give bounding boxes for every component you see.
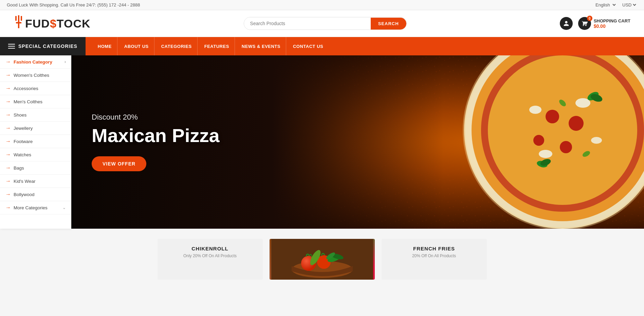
nav-links: HOME ABOUT US CATEGORIES FEATURES NEWS &…	[86, 37, 335, 55]
arrow-icon: →	[5, 165, 11, 171]
arrow-icon: →	[5, 205, 11, 211]
sidebar-label-bags: Bags	[14, 165, 66, 171]
hero-content: Discount 20% Maxican Pizza VIEW OFFER	[71, 113, 240, 171]
header: FUD$TOCK SEARCH 0 SHOPPING CART $0.00	[0, 10, 644, 37]
person-icon	[563, 20, 569, 27]
currency-select[interactable]: USD EUR GBP	[621, 2, 637, 8]
nav-item-news[interactable]: NEWS & EVENTS	[236, 37, 286, 55]
cart-circle: 0	[578, 17, 591, 30]
sidebar-label-watches: Watches	[14, 152, 66, 157]
sidebar-item-bollywood[interactable]: → Bollywood	[0, 188, 71, 201]
arrow-icon: →	[5, 99, 11, 105]
chikenroll-subtitle: Only 20% Off On All Products	[164, 253, 256, 258]
cart-amount: $0.00	[594, 23, 630, 29]
top-bar-message: Good Luck With Shopping. Call Us Free 24…	[7, 2, 140, 7]
bottom-section: CHIKENROLL Only 20% Off On All Products	[0, 229, 644, 290]
special-categories-button[interactable]: SPECIAL CATEGORIES	[0, 37, 86, 55]
cart-text: SHOPPING CART $0.00	[594, 18, 630, 29]
arrow-icon: →	[5, 152, 11, 158]
nav-item-contact[interactable]: CONTACT US	[288, 37, 329, 55]
nav-link-features[interactable]: FEATURES	[199, 37, 235, 55]
nav-bar: SPECIAL CATEGORIES HOME ABOUT US CATEGOR…	[0, 37, 644, 55]
search-bar: SEARCH	[244, 17, 407, 30]
sidebar-label-jewellery: Jewellery	[14, 126, 66, 131]
sidebar-label-bollywood: Bollywood	[14, 192, 66, 197]
nav-link-home[interactable]: HOME	[92, 37, 117, 55]
sidebar-item-watches[interactable]: → Watches	[0, 148, 71, 161]
sidebar-item-footware[interactable]: → Footware	[0, 135, 71, 148]
frenchfries-subtitle: 20% Off On All Products	[388, 253, 480, 258]
header-icons: 0 SHOPPING CART $0.00	[560, 17, 630, 30]
svg-rect-0	[18, 15, 19, 22]
arrow-icon: →	[5, 138, 11, 144]
logo-text: FUD$TOCK	[25, 17, 91, 30]
sidebar-item-jewellery[interactable]: → Jewellery	[0, 122, 71, 135]
language-select[interactable]: English French Spanish	[594, 2, 617, 8]
sidebar-item-shoes[interactable]: → Shoes	[0, 108, 71, 122]
chikenroll-title: CHIKENROLL	[164, 246, 256, 251]
cart-icon	[582, 20, 588, 27]
nav-link-contact[interactable]: CONTACT US	[288, 37, 329, 55]
view-offer-button[interactable]: VIEW OFFER	[92, 156, 146, 171]
sidebar-item-womens[interactable]: → Women's Colthes	[0, 69, 71, 82]
sidebar-label-accessories: Accessories	[14, 86, 66, 91]
special-categories-label: SPECIAL CATEGORIES	[18, 43, 77, 49]
sidebar-label-womens: Women's Colthes	[14, 73, 66, 78]
svg-rect-2	[18, 23, 19, 28]
nav-link-categories[interactable]: CATEGORIES	[156, 37, 198, 55]
veggie-illustration	[271, 239, 373, 280]
top-bar-right: English French Spanish USD EUR GBP	[594, 2, 637, 8]
user-account-icon[interactable]	[560, 17, 573, 30]
arrow-icon: →	[5, 72, 11, 78]
nav-link-news[interactable]: NEWS & EVENTS	[236, 37, 286, 55]
top-bar: Good Luck With Shopping. Call Us Free 24…	[0, 0, 644, 10]
sidebar-label-shoes: Shoes	[14, 112, 66, 118]
arrow-icon: →	[5, 112, 11, 118]
cart-icon-wrap[interactable]: 0 SHOPPING CART $0.00	[578, 17, 630, 30]
sidebar-menu: → Fashion Category › → Women's Colthes →…	[0, 55, 71, 214]
arrow-icon: →	[5, 125, 11, 131]
sidebar-label-more: More Categories	[14, 205, 62, 210]
sidebar-dropdown: → Fashion Category › → Women's Colthes →…	[0, 55, 71, 229]
sidebar-item-kidswear[interactable]: → Kid's Wear	[0, 175, 71, 188]
arrow-icon: →	[5, 59, 11, 65]
sidebar-item-more[interactable]: → More Categories ⌄	[0, 201, 71, 214]
chevron-right-icon: ›	[65, 59, 66, 64]
chevron-down-icon: ⌄	[62, 205, 66, 210]
arrow-icon: →	[5, 191, 11, 197]
sidebar-item-mens[interactable]: → Men's Colthes	[0, 95, 71, 108]
cart-badge: 0	[587, 16, 592, 21]
svg-rect-1	[16, 22, 21, 23]
hero-section: → Fashion Category › → Women's Colthes →…	[0, 55, 644, 229]
logo[interactable]: FUD$TOCK	[14, 15, 91, 32]
sidebar-label-footware: Footware	[14, 139, 66, 144]
arrow-icon: →	[5, 178, 11, 184]
cart-label: SHOPPING CART	[594, 18, 630, 23]
nav-item-categories[interactable]: CATEGORIES	[156, 37, 198, 55]
svg-rect-4	[21, 16, 22, 21]
svg-rect-3	[15, 16, 17, 21]
sidebar-item-fashion[interactable]: → Fashion Category ›	[0, 55, 71, 69]
food-card-middle	[270, 239, 375, 280]
logo-icon	[14, 15, 24, 32]
sidebar-label-fashion: Fashion Category	[14, 59, 65, 65]
arrow-icon: →	[5, 85, 11, 91]
sidebar-item-bags[interactable]: → Bags	[0, 161, 71, 175]
hero-title: Maxican Pizza	[92, 125, 220, 146]
sidebar-item-accessories[interactable]: → Accessories	[0, 82, 71, 95]
hero-image: Discount 20% Maxican Pizza VIEW OFFER	[71, 55, 644, 229]
search-input[interactable]	[244, 17, 371, 30]
food-card-frenchfries: FRENCH FRIES 20% Off On All Products	[382, 239, 487, 280]
nav-link-about[interactable]: ABOUT US	[119, 37, 154, 55]
food-card-chikenroll: CHIKENROLL Only 20% Off On All Products	[158, 239, 263, 280]
sidebar-label-kidswear: Kid's Wear	[14, 179, 66, 184]
nav-item-home[interactable]: HOME	[92, 37, 117, 55]
nav-item-features[interactable]: FEATURES	[199, 37, 235, 55]
search-button[interactable]: SEARCH	[371, 18, 406, 30]
sidebar-label-mens: Men's Colthes	[14, 99, 66, 104]
food-image-middle	[270, 239, 375, 280]
frenchfries-title: FRENCH FRIES	[388, 246, 480, 251]
hero-discount-text: Discount 20%	[92, 113, 220, 122]
hamburger-icon	[8, 44, 15, 49]
nav-item-about[interactable]: ABOUT US	[119, 37, 154, 55]
